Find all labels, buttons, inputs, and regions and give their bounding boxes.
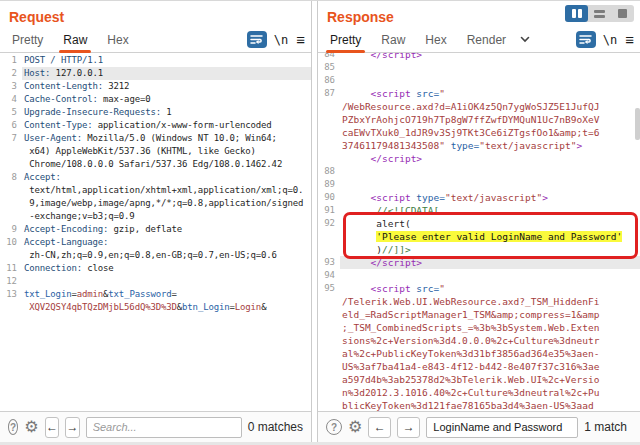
code-line: 85 — [318, 61, 640, 74]
code-line: 86 — [318, 74, 640, 87]
code-text: eld_=RadScriptManager1_TSM&amp;compress=… — [340, 308, 640, 321]
line-number: 11 — [0, 262, 22, 275]
code-text: Content-Length: 3212 — [22, 80, 311, 93]
line-number — [318, 100, 340, 113]
tab-pretty[interactable]: Pretty — [320, 27, 371, 52]
request-search-input[interactable] — [86, 417, 242, 438]
tab-hex[interactable]: Hex — [97, 27, 138, 52]
code-line: 88 — [318, 165, 640, 178]
line-number — [0, 184, 22, 197]
line-number — [318, 139, 340, 152]
layout-single-icon[interactable] — [611, 5, 634, 22]
word-wrap-icon[interactable] — [576, 31, 596, 48]
line-number: 3 — [0, 80, 22, 93]
code-line: caEWvTXuk0_1dJR9v3Sj9TKt3Ce6iZTgsfOo1&am… — [318, 126, 640, 139]
line-number — [318, 295, 340, 308]
line-number — [318, 373, 340, 386]
search-next-button[interactable]: → — [65, 417, 79, 438]
code-text: ;_TSM_CombinedScripts_=%3b%3bSystem.Web.… — [340, 321, 640, 334]
line-number — [318, 230, 340, 243]
code-line: blicKeyToken%3d121fae78165ba3d4%3aen-US%… — [318, 399, 640, 411]
hamburger-menu-icon[interactable]: ≡ — [296, 31, 305, 48]
code-line: 5Upgrade-Insecure-Requests: 1 — [0, 106, 311, 119]
code-line: Chrome/108.0.0.0 Safari/537.36 Edg/108.0… — [0, 158, 311, 171]
request-search-toolbar: ? ⚙ ← → 0 matches — [0, 411, 311, 442]
search-prev-button[interactable]: ← — [368, 417, 391, 438]
hamburger-menu-icon[interactable]: ≡ — [625, 31, 634, 48]
code-line: zh-CN,zh;q=0.9,en;q=0.8,en-GB;q=0.7,en-U… — [0, 249, 311, 262]
code-line: 9,image/webp,image/apng,*/*;q=0.8,applic… — [0, 197, 311, 210]
code-text: </script> — [340, 152, 640, 165]
code-text: txt_Login=admin&txt_Password= — [22, 288, 311, 301]
help-icon[interactable]: ? — [8, 419, 18, 435]
line-number — [318, 399, 340, 411]
vertical-scrollbar[interactable] — [635, 108, 640, 140]
gear-icon[interactable]: ⚙ — [24, 419, 38, 435]
code-text: zh-CN,zh;q=0.9,en;q=0.8,en-GB;q=0.7,en-U… — [22, 249, 311, 262]
response-editor[interactable]: 84 </script>858687 <script src="/WebReso… — [318, 53, 640, 411]
code-line: /Telerik.Web.UI.WebResource.axd?_TSM_Hid… — [318, 295, 640, 308]
line-number: 84 — [318, 53, 340, 61]
line-number — [0, 197, 22, 210]
code-line: )//]]> — [318, 243, 640, 256]
line-number: 85 — [318, 61, 340, 74]
code-text: blicKeyToken%3d121fae78165ba3d4%3aen-US%… — [340, 399, 640, 411]
code-text: x64) AppleWebKit/537.36 (KHTML, like Gec… — [22, 145, 311, 158]
code-text: -exchange;v=b3;q=0.9 — [22, 210, 311, 223]
code-line: a597d4b%3ab25378d2%3bTelerik.Web.UI%2c+V… — [318, 373, 640, 386]
request-tabbar: PrettyRawHex \n ≡ — [0, 27, 311, 53]
code-line: 91 //<![CDATA[ — [318, 204, 640, 217]
code-text: 9,image/webp,image/apng,*/*;q=0.8,applic… — [22, 197, 311, 210]
code-text: /Telerik.Web.UI.WebResource.axd?_TSM_Hid… — [340, 295, 640, 308]
line-number — [318, 334, 340, 347]
request-match-count: 0 matches — [248, 420, 303, 434]
response-tabbar: PrettyRawHexRender \n ≡ — [318, 27, 640, 53]
code-line: -exchange;v=b3;q=0.9 — [0, 210, 311, 223]
line-number: 8 — [0, 171, 22, 184]
response-search-toolbar: ? ⚙ ← → 1 match — [318, 411, 640, 442]
search-prev-button[interactable]: ← — [45, 417, 59, 438]
code-line: al%2c+PublicKeyToken%3d31bf3856ad364e35%… — [318, 347, 640, 360]
code-line: n%3d2012.3.1016.40%2c+Culture%3dneutral%… — [318, 386, 640, 399]
request-panel: Request PrettyRawHex \n ≡ 1POST / HTTP/1… — [0, 1, 312, 442]
request-editor[interactable]: 1POST / HTTP/1.12Host: 127.0.0.13Content… — [0, 53, 311, 411]
gear-icon[interactable]: ⚙ — [348, 419, 362, 435]
code-text: caEWvTXuk0_1dJR9v3Sj9TKt3Ce6iZTgsfOo1&am… — [340, 126, 640, 139]
help-icon[interactable]: ? — [326, 419, 342, 435]
code-text: /WebResource.axd?d=A1iOK4z5Qn7ygWoSJZ5E1… — [340, 100, 640, 113]
code-text: Content-Type: application/x-www-form-url… — [22, 119, 311, 132]
line-number: 10 — [0, 236, 22, 249]
code-line: 90 <script type="text/javascript"> — [318, 191, 640, 204]
code-line: 84 </script> — [318, 53, 640, 61]
response-search-input[interactable] — [426, 417, 578, 438]
tab-pretty[interactable]: Pretty — [2, 27, 53, 52]
newline-toggle-icon[interactable]: \n — [603, 33, 617, 47]
layout-rows-icon[interactable] — [588, 5, 611, 22]
line-number: 89 — [318, 178, 340, 191]
line-number: 6 — [0, 119, 22, 132]
code-line: 87 <script src=" — [318, 87, 640, 100]
code-text — [340, 178, 640, 191]
line-number — [318, 321, 340, 334]
code-line: 89 — [318, 178, 640, 191]
code-text — [340, 269, 640, 282]
code-line: 37461179481343508" type="text/javascript… — [318, 139, 640, 152]
code-line: x64) AppleWebKit/537.36 (KHTML, like Gec… — [0, 145, 311, 158]
word-wrap-icon[interactable] — [247, 31, 267, 48]
render-dropdown-chevron-icon[interactable] — [518, 33, 532, 47]
code-text: 37461179481343508" type="text/javascript… — [340, 139, 640, 152]
newline-toggle-icon[interactable]: \n — [274, 33, 288, 47]
layout-columns-icon[interactable] — [565, 5, 588, 22]
search-next-button[interactable]: → — [397, 417, 420, 438]
tab-raw[interactable]: Raw — [371, 27, 415, 52]
code-text: POST / HTTP/1.1 — [22, 54, 311, 67]
code-text: //<![CDATA[ — [340, 204, 640, 217]
tab-raw[interactable]: Raw — [53, 27, 97, 52]
tab-hex[interactable]: Hex — [415, 27, 456, 52]
tab-render[interactable]: Render — [457, 27, 516, 52]
request-tabs: PrettyRawHex — [2, 27, 139, 52]
line-number: 88 — [318, 165, 340, 178]
line-number — [0, 210, 22, 223]
code-line: 13txt_Login=admin&txt_Password= — [0, 288, 311, 301]
line-number: 94 — [318, 269, 340, 282]
